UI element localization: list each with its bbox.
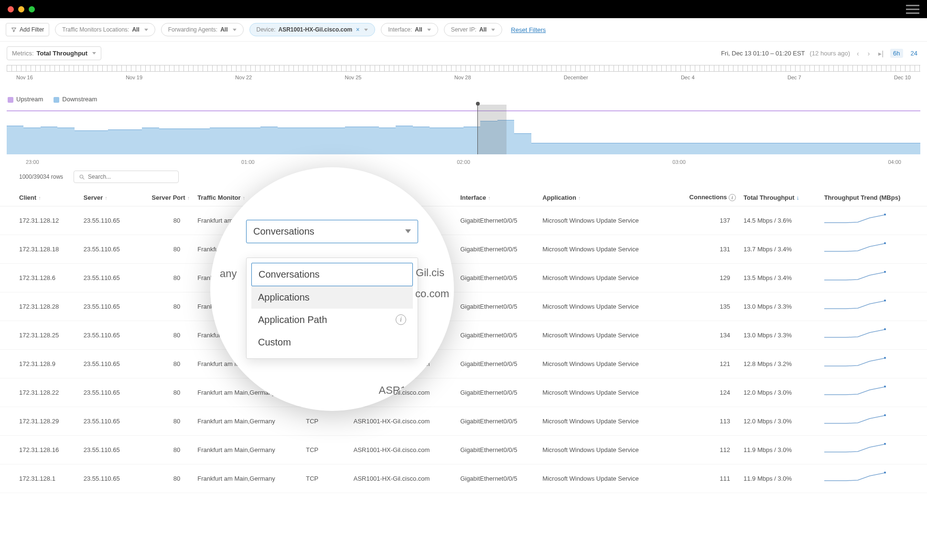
table-search[interactable]	[74, 171, 179, 183]
sparkline-icon	[824, 213, 886, 226]
info-icon[interactable]: i	[396, 314, 406, 325]
chart-bar	[413, 127, 430, 154]
conversations-table: Client↑Server↑Server Port↑Traffic Monito…	[0, 189, 927, 493]
dropdown-option-applications[interactable]: Applications	[251, 286, 413, 309]
chart-bar	[582, 143, 599, 154]
column-header[interactable]: Total Throughput↓	[740, 189, 820, 206]
chart-bar	[142, 128, 159, 154]
filter-chip-4[interactable]: Server IP: All	[444, 23, 503, 36]
chevron-down-icon	[427, 29, 431, 31]
bg-fragment: Gil.cis	[416, 267, 444, 279]
chart-bar	[345, 127, 362, 154]
dropdown-option-application-path[interactable]: Application Pathi	[251, 309, 413, 331]
window-titlebar	[0, 0, 927, 18]
table-row[interactable]: 172.31.128.2223.55.110.6580Frankfurt am …	[0, 378, 927, 407]
minimize-window-icon[interactable]	[18, 6, 24, 12]
legend-upstream[interactable]: Upstream	[8, 96, 43, 103]
table-row[interactable]: 172.31.128.1223.55.110.6580Frankfurt am …	[0, 206, 927, 235]
chart-bar	[565, 143, 582, 154]
chart-bar	[531, 143, 548, 154]
time-selection-handle[interactable]	[477, 105, 507, 154]
remove-filter-icon[interactable]: ×	[356, 26, 359, 33]
dropdown-selected-label: Conversations	[253, 226, 314, 237]
chart-bar	[904, 143, 920, 154]
chart-bar	[683, 143, 700, 154]
close-window-icon[interactable]	[8, 6, 14, 12]
table-row[interactable]: 172.31.128.2923.55.110.6580Frankfurt am …	[0, 407, 927, 436]
svg-point-9	[884, 414, 886, 416]
filter-chip-0[interactable]: Traffic Monitors Locations: All	[55, 23, 155, 36]
chart-bar	[125, 129, 142, 154]
legend-downstream[interactable]: Downstream	[54, 96, 97, 103]
throughput-chart[interactable]: 23:0001:0002:0003:0004:00	[7, 108, 920, 165]
chart-bar	[751, 143, 768, 154]
svg-point-10	[884, 443, 886, 445]
chart-bar	[514, 133, 531, 154]
dropdown-option-custom[interactable]: Custom	[251, 331, 413, 354]
column-header[interactable]: Throughput Trend (MBps)	[820, 189, 927, 206]
chevron-down-icon	[144, 29, 148, 31]
table-row[interactable]: 172.31.128.123.55.110.6580Frankfurt am M…	[0, 464, 927, 493]
table-row[interactable]: 172.31.128.923.55.110.6580Frankfurt am M…	[0, 350, 927, 378]
add-filter-button[interactable]: Add Filter	[6, 23, 49, 36]
chevron-down-icon	[405, 229, 411, 233]
metric-prefix: Metrics:	[12, 50, 34, 57]
time-next-button[interactable]: ›	[866, 50, 872, 57]
chart-bar	[193, 129, 209, 154]
window-controls	[8, 6, 35, 12]
table-header-row: Client↑Server↑Server Port↑Traffic Monito…	[0, 189, 927, 206]
metric-value: Total Throughput	[37, 50, 88, 57]
chart-bar	[294, 128, 311, 154]
time-latest-button[interactable]: ▸|	[876, 50, 885, 57]
main-menu-icon[interactable]	[906, 5, 919, 14]
filter-chip-2[interactable]: Device: ASR1001-HX-Gil.cisco.com×	[249, 23, 376, 36]
range-preset-24[interactable]: 24	[908, 49, 920, 58]
table-row[interactable]: 172.31.128.2823.55.110.6580Frankfurt am …	[0, 292, 927, 321]
column-header[interactable]: Application↑	[539, 189, 671, 206]
metric-selector[interactable]: Metrics: Total Throughput	[7, 46, 101, 60]
dropdown-option-conversations[interactable]: Conversations	[251, 263, 413, 286]
chart-bar	[836, 143, 852, 154]
column-header[interactable]: Server Port↑	[136, 189, 194, 206]
column-header[interactable]: Connections i	[671, 189, 740, 206]
table-body: 172.31.128.1223.55.110.6580Frankfurt am …	[0, 206, 927, 493]
sort-icon: ↑	[242, 195, 245, 201]
chart-bar	[870, 143, 886, 154]
time-range-display: Fri, Dec 13 01:10 – 01:20 EST (12 hours …	[721, 49, 920, 58]
range-preset-6h[interactable]: 6h	[890, 49, 903, 58]
table-row[interactable]: 172.31.128.1823.55.110.6580Frankfurt am …	[0, 235, 927, 264]
column-header[interactable]: Client↑	[0, 189, 80, 206]
timeline-ruler	[7, 65, 920, 72]
view-mode-dropdown[interactable]: Conversations	[246, 220, 418, 243]
filter-chip-1[interactable]: Forwarding Agents: All	[161, 23, 244, 36]
info-icon[interactable]: i	[729, 194, 736, 201]
sparkline-icon	[824, 385, 886, 398]
table-row[interactable]: 172.31.128.1623.55.110.6580Frankfurt am …	[0, 436, 927, 464]
chart-bar	[667, 143, 683, 154]
time-prev-button[interactable]: ‹	[855, 50, 861, 57]
search-input[interactable]	[88, 173, 173, 180]
chart-x-ticks: 23:0001:0002:0003:0004:00	[7, 159, 920, 165]
column-header[interactable]: Interface↑	[456, 189, 539, 206]
maximize-window-icon[interactable]	[29, 6, 35, 12]
add-filter-label: Add Filter	[20, 26, 44, 33]
svg-point-0	[80, 175, 83, 178]
row-count-label: 1000/39034 rows	[19, 173, 63, 180]
sparkline-icon	[824, 299, 886, 312]
chart-bar	[362, 127, 379, 154]
svg-point-11	[884, 472, 886, 474]
chart-bar	[260, 127, 277, 154]
table-row[interactable]: 172.31.128.2523.55.110.6580Frankfurt am …	[0, 321, 927, 350]
svg-point-2	[884, 214, 886, 215]
sparkline-icon	[824, 270, 886, 284]
table-row[interactable]: 172.31.128.623.55.110.6580Frankfurt am M…	[0, 264, 927, 292]
overview-timeline[interactable]: Nov 16Nov 19Nov 22Nov 25Nov 28DecemberDe…	[7, 65, 920, 91]
column-header[interactable]: Server↑	[80, 189, 136, 206]
downstream-swatch-icon	[54, 97, 59, 103]
chevron-down-icon	[491, 29, 495, 31]
reset-filters-link[interactable]: Reset Filters	[511, 26, 546, 33]
chart-bar	[311, 128, 328, 154]
filter-chip-3[interactable]: Interface: All	[381, 23, 438, 36]
chart-bar	[599, 143, 615, 154]
chart-bar	[819, 143, 836, 154]
